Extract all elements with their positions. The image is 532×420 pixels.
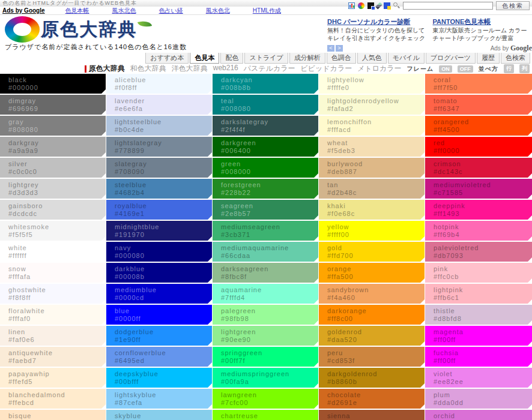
frame-off-button[interactable]: OFF: [458, 65, 473, 73]
color-swatch-pink[interactable]: pink#ffc0cb: [425, 263, 532, 283]
tab-ストライプ[interactable]: ストライプ: [244, 52, 288, 64]
tab-配色[interactable]: 配色: [220, 52, 243, 64]
color-swatch-springgreen[interactable]: springgreen#00ff7f: [213, 347, 318, 367]
subnav-link-和色大辞典[interactable]: 和色大辞典: [130, 64, 166, 74]
color-swatch-tan[interactable]: tan#d2b48c: [319, 179, 425, 199]
color-swatch-darkslategray[interactable]: darkslategray#2f4f4f: [213, 116, 318, 136]
color-swatch-silver[interactable]: silver#c0c0c0: [0, 158, 106, 178]
color-swatch-fuchsia[interactable]: fuchsia#ff00ff: [425, 347, 532, 367]
color-swatch-tomato[interactable]: tomato#ff6347: [425, 95, 532, 115]
color-swatch-coral[interactable]: coral#ff7f50: [425, 74, 532, 94]
color-swatch-skyblue[interactable]: skyblue#87ceeb: [106, 410, 212, 420]
sort-col-button[interactable]: 列: [519, 64, 530, 73]
color-swatch-lightpink[interactable]: lightpink#ffb6c1: [425, 284, 532, 304]
color-wheel-icon[interactable]: [358, 2, 364, 9]
color-swatch-papayawhip[interactable]: papayawhip#ffefd5: [0, 368, 106, 388]
color-swatch-sienna[interactable]: sienna#a0522d: [319, 410, 425, 420]
color-swatch-lightslategray[interactable]: lightslategray#778899: [106, 137, 212, 157]
tab-色見本[interactable]: 色見本: [190, 52, 219, 64]
color-swatch-cornflowerblue[interactable]: cornflowerblue#6495ed: [106, 347, 212, 367]
color-swatch-darkorange[interactable]: darkorange#ff8c00: [319, 305, 425, 325]
color-swatch-burlywood[interactable]: burlywood#deb887: [319, 158, 425, 178]
color-swatch-chocolate[interactable]: chocolate#d2691e: [319, 389, 425, 409]
tab-おすすめ本[interactable]: おすすめ本: [145, 52, 189, 64]
color-search-button[interactable]: 色検索: [496, 1, 530, 10]
color-swatch-dodgerblue[interactable]: dodgerblue#1e90ff: [106, 326, 212, 346]
color-swatch-antiquewhite[interactable]: antiquewhite#faebd7: [0, 347, 106, 367]
color-swatch-mediumvioletred[interactable]: mediumvioletred#c71585: [425, 179, 532, 199]
color-swatch-violet[interactable]: violet#ee82ee: [425, 368, 532, 388]
color-swatch-lightgrey[interactable]: lightgrey#d3d3d3: [0, 179, 106, 199]
color-swatch-chartreuse[interactable]: chartreuse#7fff00: [213, 410, 318, 420]
subnav-link-メトロカラー[interactable]: メトロカラー: [357, 64, 401, 74]
color-swatch-darkgray[interactable]: darkgray#a9a9a9: [0, 137, 106, 157]
color-swatch-snow[interactable]: snow#fffafa: [0, 263, 106, 283]
color-swatch-lawngreen[interactable]: lawngreen#7cfc00: [213, 389, 318, 409]
color-swatch-orchid[interactable]: orchid#da70d6: [425, 410, 532, 420]
sort-row-button[interactable]: 行: [504, 64, 514, 73]
color-swatch-royalblue[interactable]: royalblue#4169e1: [106, 200, 212, 220]
ad-link[interactable]: 色見本帳: [65, 7, 89, 14]
color-swatch-mediumaquamarine[interactable]: mediumaquamarine#66cdaa: [213, 242, 318, 262]
color-swatch-lightskyblue[interactable]: lightskyblue#87cefa: [106, 389, 212, 409]
tab-成分解析[interactable]: 成分解析: [289, 52, 325, 64]
tab-モバイル[interactable]: モバイル: [388, 52, 425, 64]
ad-title[interactable]: PANTONE色見本帳: [433, 17, 532, 26]
tab-色検索[interactable]: 色検索: [501, 52, 530, 64]
color-swatch-sandybrown[interactable]: sandybrown#f4a460: [319, 284, 425, 304]
color-swatch-blue[interactable]: blue#0000ff: [106, 305, 212, 325]
color-swatch-lightgoldenrodyellow[interactable]: lightgoldenrodyellow#fafad2: [319, 95, 425, 115]
color-swatch-green[interactable]: green#008000: [213, 158, 318, 178]
color-swatch-mediumspringgreen[interactable]: mediumspringgreen#00fa9a: [213, 368, 318, 388]
color-swatch-lightsteelblue[interactable]: lightsteelblue#b0c4de: [106, 116, 212, 136]
ad-unit-pantone[interactable]: PANTONE色見本帳 東京/大阪販売ショールーム カラーチャート/チップブック…: [433, 17, 532, 42]
color-swatch-seagreen[interactable]: seagreen#2e8b57: [213, 200, 318, 220]
palette-icon[interactable]: [384, 2, 390, 9]
subnav-link-洋色大辞典[interactable]: 洋色大辞典: [172, 64, 208, 74]
color-swatch-darkblue[interactable]: darkblue#00008b: [106, 263, 212, 283]
color-swatch-steelblue[interactable]: steelblue#4682b4: [106, 179, 212, 199]
color-swatch-midnightblue[interactable]: midnightblue#191970: [106, 221, 212, 241]
color-swatch-darkseagreen[interactable]: darkseagreen#8fbc8f: [213, 263, 318, 283]
tab-ブログパーツ[interactable]: ブログパーツ: [426, 52, 476, 64]
ad-pager-prev-button[interactable]: <: [327, 45, 334, 52]
color-swatch-orangered[interactable]: orangered#ff4500: [425, 116, 532, 136]
frame-on-button[interactable]: ON: [439, 65, 452, 73]
search-input[interactable]: [403, 2, 493, 10]
color-swatch-yellow[interactable]: yellow#ffff00: [319, 221, 425, 241]
ad-unit-dhc[interactable]: DHC パーソナルカラー診断 無料！自分にピッタリの色を探して キレイを引き出す…: [327, 17, 427, 42]
color-swatch-aquamarine[interactable]: aquamarine#7fffd4: [213, 284, 318, 304]
subnav-link-パステルカラー[interactable]: パステルカラー: [244, 64, 295, 74]
color-swatch-orange[interactable]: orange#ffa500: [319, 263, 425, 283]
color-swatch-white[interactable]: white#ffffff: [0, 242, 106, 262]
subnav-current[interactable]: 原色大辞典: [89, 64, 125, 74]
color-swatch-deeppink[interactable]: deeppink#ff1493: [425, 200, 532, 220]
tab-人気色[interactable]: 人気色: [357, 52, 387, 64]
color-swatch-magenta[interactable]: magenta#ff00ff: [425, 326, 532, 346]
ad-title[interactable]: DHC パーソナルカラー診断: [327, 17, 427, 26]
subnav-link-ビビッドカラー[interactable]: ビビッドカラー: [300, 64, 352, 74]
tab-履歴[interactable]: 履歴: [477, 52, 500, 64]
color-swatch-hotpink[interactable]: hotpink#ff69b4: [425, 221, 532, 241]
chart-icon[interactable]: [348, 2, 355, 9]
color-swatch-navy[interactable]: navy#000080: [106, 242, 212, 262]
ads-by-google-label[interactable]: Ads by Google: [2, 7, 45, 14]
color-swatch-mediumseagreen[interactable]: mediumseagreen#3cb371: [213, 221, 318, 241]
color-swatch-lemonchiffon[interactable]: lemonchiffon#fffacd: [319, 116, 425, 136]
color-swatch-deepskyblue[interactable]: deepskyblue#00bfff: [106, 368, 212, 388]
color-swatch-palegreen[interactable]: palegreen#98fb98: [213, 305, 318, 325]
ad-link[interactable]: 色占い経: [159, 7, 183, 14]
subnav-link-web216[interactable]: web216: [213, 64, 238, 74]
color-swatch-lavender[interactable]: lavender#e6e6fa: [106, 95, 212, 115]
site-logo[interactable]: 原色大辞典: [5, 16, 151, 43]
ad-link[interactable]: 風水北色: [112, 7, 136, 14]
color-swatch-gray[interactable]: gray#808080: [0, 116, 106, 136]
color-swatch-black[interactable]: black#000000: [0, 74, 106, 94]
color-swatch-gainsboro[interactable]: gainsboro#dcdcdc: [0, 200, 106, 220]
color-swatch-crimson[interactable]: crimson#dc143c: [425, 158, 532, 178]
color-swatch-floralwhite[interactable]: floralwhite#fffaf0: [0, 305, 106, 325]
color-swatch-wheat[interactable]: wheat#f5deb3: [319, 137, 425, 157]
color-swatch-red[interactable]: red#ff0000: [425, 137, 532, 157]
color-swatch-lightyellow[interactable]: lightyellow#ffffe0: [319, 74, 425, 94]
color-swatch-linen[interactable]: linen#faf0e6: [0, 326, 106, 346]
